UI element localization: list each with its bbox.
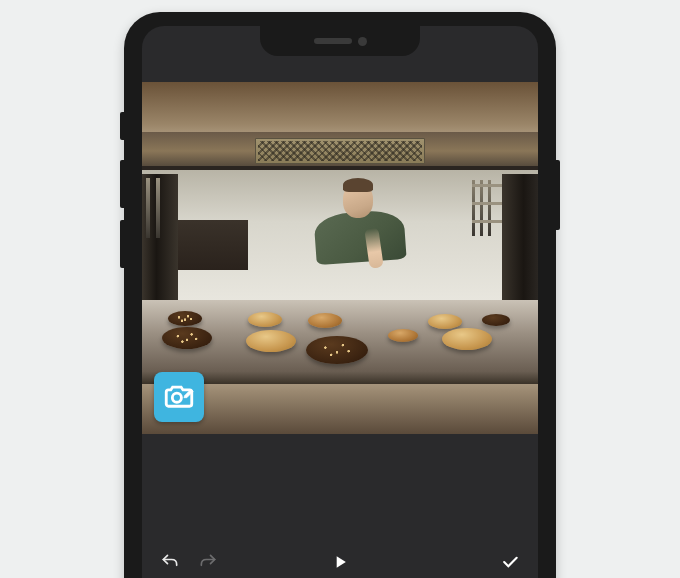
play-button[interactable]: [330, 552, 350, 572]
camera-eraser-icon: [162, 380, 196, 414]
undo-button[interactable]: [160, 552, 180, 572]
baking-tray: [142, 300, 538, 384]
redo-icon: [198, 552, 218, 572]
person-subject: [323, 180, 397, 262]
phone-front-camera: [358, 37, 367, 46]
play-icon: [330, 552, 350, 572]
video-preview[interactable]: [142, 82, 538, 434]
phone-speaker: [314, 38, 352, 44]
svg-point-0: [172, 393, 181, 402]
phone-mockup-frame: PIP KEYFRAME EDIT: [124, 12, 556, 578]
undo-icon: [160, 552, 180, 572]
oven-vent: [255, 138, 425, 164]
phone-screen: PIP KEYFRAME EDIT: [142, 26, 538, 578]
phone-side-button: [120, 160, 124, 208]
check-icon: [500, 552, 520, 572]
player-controls: [142, 538, 538, 578]
redo-button[interactable]: [198, 552, 218, 572]
phone-side-button: [120, 112, 124, 140]
video-frame: [142, 132, 538, 384]
phone-notch: [260, 26, 420, 56]
confirm-button[interactable]: [500, 552, 520, 572]
phone-power-button: [556, 160, 560, 230]
phone-side-button: [120, 220, 124, 268]
watermark-remover-badge[interactable]: [154, 372, 204, 422]
